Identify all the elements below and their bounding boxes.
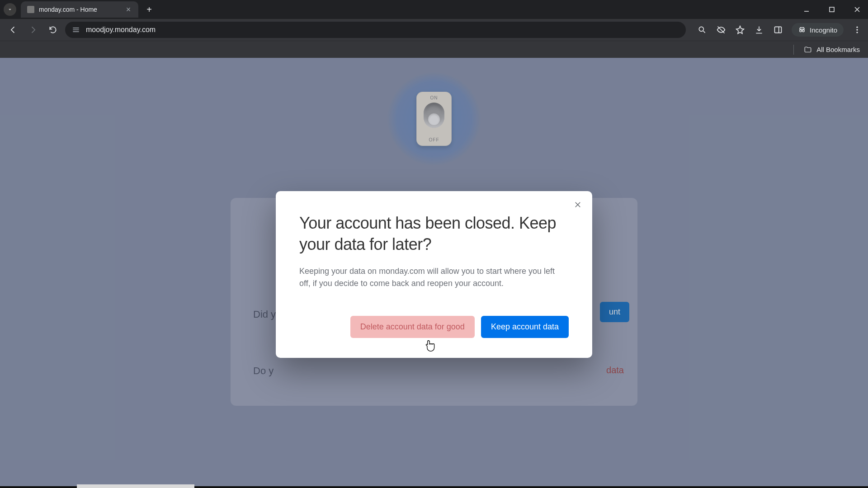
bookmark-star-icon[interactable]: [735, 24, 745, 35]
page-viewport: ON OFF Did y unt Do y data Your account …: [0, 58, 868, 488]
modal-title: Your account has been closed. Keep your …: [299, 213, 569, 255]
toolbar-right-icons: Incognito: [690, 23, 863, 37]
browser-tab[interactable]: monday.com - Home ×: [21, 1, 138, 18]
svg-point-6: [856, 29, 858, 30]
window-minimize-icon[interactable]: [799, 2, 814, 17]
nav-back-icon[interactable]: [5, 22, 21, 38]
svg-point-3: [800, 30, 802, 32]
modal-close-button[interactable]: [571, 198, 584, 211]
svg-point-4: [802, 30, 805, 32]
incognito-chip[interactable]: Incognito: [792, 23, 844, 37]
address-url: moodjoy.monday.com: [86, 26, 156, 34]
zoom-icon[interactable]: [697, 24, 708, 35]
address-bar[interactable]: moodjoy.monday.com: [65, 22, 686, 38]
browser-toolbar: moodjoy.monday.com Incognito: [0, 19, 868, 41]
tab-strip: monday.com - Home × +: [0, 0, 868, 19]
folder-icon: [804, 46, 812, 54]
svg-point-5: [856, 27, 858, 28]
nav-reload-icon[interactable]: [45, 22, 61, 38]
svg-rect-2: [775, 27, 782, 33]
account-closed-modal: Your account has been closed. Keep your …: [276, 191, 592, 358]
close-icon: [574, 201, 582, 209]
svg-point-1: [699, 27, 703, 31]
svg-point-7: [856, 32, 858, 33]
incognito-label: Incognito: [810, 26, 837, 34]
delete-account-data-button[interactable]: Delete account data for good: [350, 316, 475, 338]
window-close-icon[interactable]: [850, 2, 864, 17]
modal-body-text: Keeping your data on monday.com will all…: [299, 265, 566, 290]
eye-off-icon[interactable]: [716, 24, 726, 35]
browser-menu-icon[interactable]: [852, 24, 863, 35]
tab-favicon: [27, 6, 34, 13]
new-tab-button[interactable]: +: [143, 3, 156, 16]
site-settings-icon[interactable]: [71, 25, 80, 34]
window-maximize-icon[interactable]: [825, 2, 839, 17]
tab-close-icon[interactable]: ×: [125, 6, 132, 13]
modal-actions: Delete account data for good Keep accoun…: [299, 316, 569, 338]
taskbar-hint: [0, 486, 868, 488]
svg-rect-0: [830, 7, 834, 12]
browser-chrome: monday.com - Home × + moodjoy.monday.com: [0, 0, 868, 58]
tab-search-dropdown[interactable]: [4, 3, 16, 16]
keep-account-data-button[interactable]: Keep account data: [481, 316, 569, 338]
tab-title: monday.com - Home: [39, 6, 120, 13]
bookmarks-bar: All Bookmarks: [0, 41, 868, 58]
all-bookmarks-button[interactable]: All Bookmarks: [816, 46, 860, 53]
side-panel-icon[interactable]: [773, 24, 783, 35]
downloads-icon[interactable]: [754, 24, 764, 35]
window-controls: [799, 0, 864, 19]
bookmarks-separator: [793, 45, 794, 55]
nav-forward-icon: [25, 22, 41, 38]
